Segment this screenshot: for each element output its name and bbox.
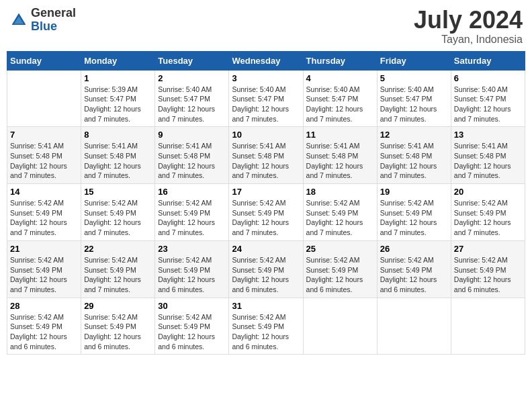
calendar-table: Sunday Monday Tuesday Wednesday Thursday… bbox=[7, 51, 525, 355]
day-info: Sunrise: 5:40 AM Sunset: 5:47 PM Dayligh… bbox=[380, 85, 448, 124]
calendar-cell-w2-d4: 11Sunrise: 5:41 AM Sunset: 5:48 PM Dayli… bbox=[303, 127, 377, 184]
calendar-cell-w5-d2: 30Sunrise: 5:42 AM Sunset: 5:49 PM Dayli… bbox=[155, 298, 229, 355]
day-info: Sunrise: 5:42 AM Sunset: 5:49 PM Dayligh… bbox=[158, 312, 226, 352]
calendar-cell-w3-d0: 14Sunrise: 5:42 AM Sunset: 5:49 PM Dayli… bbox=[7, 184, 81, 241]
day-number: 14 bbox=[10, 187, 78, 197]
day-number: 16 bbox=[158, 187, 226, 197]
day-number: 21 bbox=[10, 244, 78, 254]
calendar-cell-w5-d5 bbox=[377, 298, 451, 355]
calendar-body: 1Sunrise: 5:39 AM Sunset: 5:47 PM Daylig… bbox=[7, 70, 525, 355]
day-number: 15 bbox=[84, 187, 152, 197]
calendar-cell-w3-d4: 18Sunrise: 5:42 AM Sunset: 5:49 PM Dayli… bbox=[303, 184, 377, 241]
day-number: 2 bbox=[158, 73, 226, 83]
week-row-4: 21Sunrise: 5:42 AM Sunset: 5:49 PM Dayli… bbox=[7, 240, 525, 298]
calendar-cell-w3-d2: 16Sunrise: 5:42 AM Sunset: 5:49 PM Dayli… bbox=[155, 184, 229, 241]
calendar-cell-w4-d6: 27Sunrise: 5:42 AM Sunset: 5:49 PM Dayli… bbox=[451, 240, 525, 298]
day-number: 12 bbox=[380, 130, 448, 140]
day-number: 9 bbox=[158, 130, 226, 140]
week-row-5: 28Sunrise: 5:42 AM Sunset: 5:49 PM Dayli… bbox=[7, 298, 525, 355]
day-info: Sunrise: 5:42 AM Sunset: 5:49 PM Dayligh… bbox=[84, 198, 152, 238]
day-number: 10 bbox=[232, 130, 300, 140]
day-info: Sunrise: 5:39 AM Sunset: 5:47 PM Dayligh… bbox=[84, 85, 152, 124]
calendar-cell-w4-d3: 24Sunrise: 5:42 AM Sunset: 5:49 PM Dayli… bbox=[229, 240, 303, 298]
day-info: Sunrise: 5:42 AM Sunset: 5:49 PM Dayligh… bbox=[84, 312, 152, 352]
header-sunday: Sunday bbox=[7, 51, 81, 70]
day-number: 4 bbox=[306, 73, 374, 83]
day-number: 31 bbox=[232, 301, 300, 311]
day-info: Sunrise: 5:42 AM Sunset: 5:49 PM Dayligh… bbox=[10, 255, 78, 295]
day-number: 3 bbox=[232, 73, 300, 83]
week-row-2: 7Sunrise: 5:41 AM Sunset: 5:48 PM Daylig… bbox=[7, 127, 525, 184]
calendar-cell-w1-d4: 4Sunrise: 5:40 AM Sunset: 5:47 PM Daylig… bbox=[303, 70, 377, 127]
day-number: 24 bbox=[232, 244, 300, 254]
day-info: Sunrise: 5:40 AM Sunset: 5:47 PM Dayligh… bbox=[158, 85, 226, 124]
day-number: 29 bbox=[84, 301, 152, 311]
calendar-cell-w2-d6: 13Sunrise: 5:41 AM Sunset: 5:48 PM Dayli… bbox=[451, 127, 525, 184]
day-info: Sunrise: 5:41 AM Sunset: 5:48 PM Dayligh… bbox=[454, 141, 522, 181]
day-info: Sunrise: 5:42 AM Sunset: 5:49 PM Dayligh… bbox=[306, 255, 374, 295]
calendar-cell-w5-d0: 28Sunrise: 5:42 AM Sunset: 5:49 PM Dayli… bbox=[7, 298, 81, 355]
day-info: Sunrise: 5:41 AM Sunset: 5:48 PM Dayligh… bbox=[84, 141, 152, 181]
calendar-cell-w4-d0: 21Sunrise: 5:42 AM Sunset: 5:49 PM Dayli… bbox=[7, 240, 81, 298]
day-info: Sunrise: 5:42 AM Sunset: 5:49 PM Dayligh… bbox=[158, 255, 226, 295]
day-number: 7 bbox=[10, 130, 78, 140]
calendar-cell-w2-d3: 10Sunrise: 5:41 AM Sunset: 5:48 PM Dayli… bbox=[229, 127, 303, 184]
day-info: Sunrise: 5:40 AM Sunset: 5:47 PM Dayligh… bbox=[232, 85, 300, 124]
calendar-cell-w2-d2: 9Sunrise: 5:41 AM Sunset: 5:48 PM Daylig… bbox=[155, 127, 229, 184]
calendar-cell-w1-d3: 3Sunrise: 5:40 AM Sunset: 5:47 PM Daylig… bbox=[229, 70, 303, 127]
header-friday: Friday bbox=[377, 51, 451, 70]
calendar-header: Sunday Monday Tuesday Wednesday Thursday… bbox=[7, 51, 525, 70]
calendar-cell-w2-d0: 7Sunrise: 5:41 AM Sunset: 5:48 PM Daylig… bbox=[7, 127, 81, 184]
day-info: Sunrise: 5:42 AM Sunset: 5:49 PM Dayligh… bbox=[232, 255, 300, 295]
day-info: Sunrise: 5:42 AM Sunset: 5:49 PM Dayligh… bbox=[380, 255, 448, 295]
calendar-cell-w3-d3: 17Sunrise: 5:42 AM Sunset: 5:49 PM Dayli… bbox=[229, 184, 303, 241]
calendar-cell-w1-d6: 6Sunrise: 5:40 AM Sunset: 5:47 PM Daylig… bbox=[451, 70, 525, 127]
calendar-cell-w5-d6 bbox=[451, 298, 525, 355]
calendar-cell-w3-d1: 15Sunrise: 5:42 AM Sunset: 5:49 PM Dayli… bbox=[81, 184, 155, 241]
day-number: 17 bbox=[232, 187, 300, 197]
day-number: 13 bbox=[454, 130, 522, 140]
day-info: Sunrise: 5:42 AM Sunset: 5:49 PM Dayligh… bbox=[84, 255, 152, 295]
day-number: 28 bbox=[10, 301, 78, 311]
calendar-cell-w1-d5: 5Sunrise: 5:40 AM Sunset: 5:47 PM Daylig… bbox=[377, 70, 451, 127]
calendar-cell-w4-d5: 26Sunrise: 5:42 AM Sunset: 5:49 PM Dayli… bbox=[377, 240, 451, 298]
calendar-cell-w2-d1: 8Sunrise: 5:41 AM Sunset: 5:48 PM Daylig… bbox=[81, 127, 155, 184]
day-info: Sunrise: 5:42 AM Sunset: 5:49 PM Dayligh… bbox=[10, 198, 78, 238]
title-block: July 2024 Tayan, Indonesia bbox=[414, 7, 523, 46]
day-info: Sunrise: 5:42 AM Sunset: 5:49 PM Dayligh… bbox=[380, 198, 448, 238]
calendar-cell-w4-d2: 23Sunrise: 5:42 AM Sunset: 5:49 PM Dayli… bbox=[155, 240, 229, 298]
calendar-cell-w1-d0 bbox=[7, 70, 81, 127]
calendar-cell-w2-d5: 12Sunrise: 5:41 AM Sunset: 5:48 PM Dayli… bbox=[377, 127, 451, 184]
day-info: Sunrise: 5:42 AM Sunset: 5:49 PM Dayligh… bbox=[232, 312, 300, 352]
day-number: 27 bbox=[454, 244, 522, 254]
day-number: 25 bbox=[306, 244, 374, 254]
logo-line1: General bbox=[31, 7, 76, 20]
day-number: 19 bbox=[380, 187, 448, 197]
day-info: Sunrise: 5:41 AM Sunset: 5:48 PM Dayligh… bbox=[158, 141, 226, 181]
day-number: 26 bbox=[380, 244, 448, 254]
day-info: Sunrise: 5:42 AM Sunset: 5:49 PM Dayligh… bbox=[10, 312, 78, 352]
calendar-cell-w5-d4 bbox=[303, 298, 377, 355]
day-info: Sunrise: 5:42 AM Sunset: 5:49 PM Dayligh… bbox=[306, 198, 374, 238]
day-info: Sunrise: 5:41 AM Sunset: 5:48 PM Dayligh… bbox=[380, 141, 448, 181]
day-info: Sunrise: 5:42 AM Sunset: 5:49 PM Dayligh… bbox=[454, 198, 522, 238]
day-number: 5 bbox=[380, 73, 448, 83]
day-info: Sunrise: 5:40 AM Sunset: 5:47 PM Dayligh… bbox=[306, 85, 374, 124]
month-title: July 2024 bbox=[414, 7, 523, 34]
location: Tayan, Indonesia bbox=[414, 34, 523, 46]
calendar-cell-w3-d6: 20Sunrise: 5:42 AM Sunset: 5:49 PM Dayli… bbox=[451, 184, 525, 241]
calendar-cell-w3-d5: 19Sunrise: 5:42 AM Sunset: 5:49 PM Dayli… bbox=[377, 184, 451, 241]
header-wednesday: Wednesday bbox=[229, 51, 303, 70]
day-info: Sunrise: 5:41 AM Sunset: 5:48 PM Dayligh… bbox=[306, 141, 374, 181]
logo-line2: Blue bbox=[31, 20, 76, 34]
day-number: 30 bbox=[158, 301, 226, 311]
day-number: 18 bbox=[306, 187, 374, 197]
day-number: 20 bbox=[454, 187, 522, 197]
header-saturday: Saturday bbox=[451, 51, 525, 70]
logo-icon bbox=[9, 11, 28, 30]
day-info: Sunrise: 5:42 AM Sunset: 5:49 PM Dayligh… bbox=[232, 198, 300, 238]
calendar-cell-w1-d2: 2Sunrise: 5:40 AM Sunset: 5:47 PM Daylig… bbox=[155, 70, 229, 127]
day-info: Sunrise: 5:42 AM Sunset: 5:49 PM Dayligh… bbox=[454, 255, 522, 295]
day-number: 8 bbox=[84, 130, 152, 140]
calendar-cell-w1-d1: 1Sunrise: 5:39 AM Sunset: 5:47 PM Daylig… bbox=[81, 70, 155, 127]
